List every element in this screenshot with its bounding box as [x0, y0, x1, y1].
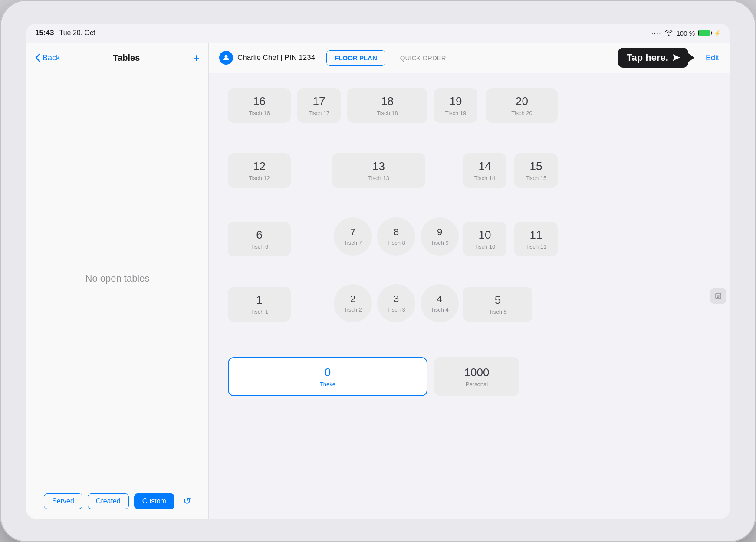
no-tables-text: No open tables: [85, 273, 150, 284]
table-13-number: 13: [372, 160, 385, 173]
top-nav: Charlie Chef | PIN 1234 FLOOR PLAN QUICK…: [209, 43, 730, 73]
main-content: Back Tables + No open tables Served Crea…: [26, 43, 730, 519]
floor-plan-tab[interactable]: FLOOR PLAN: [326, 50, 385, 66]
table-12[interactable]: 12 Tisch 12: [228, 153, 291, 188]
table-2-name: Tisch 2: [344, 306, 362, 313]
table-10[interactable]: 10 Tisch 10: [463, 222, 506, 256]
table-personal-number: 1000: [464, 366, 490, 379]
svg-rect-3: [717, 296, 720, 297]
table-8-name: Tisch 8: [387, 240, 405, 246]
table-19-number: 19: [450, 95, 462, 108]
back-button[interactable]: Back: [35, 53, 60, 62]
table-19-name: Tisch 19: [445, 110, 467, 116]
battery-percent: 100 %: [676, 30, 695, 37]
table-1-number: 1: [256, 293, 262, 307]
table-1[interactable]: 1 Tisch 1: [228, 287, 291, 322]
table-2[interactable]: 2 Tisch 2: [334, 284, 372, 322]
table-17[interactable]: 17 Tisch 17: [297, 88, 341, 123]
tooltip-text: Tap here.: [627, 52, 668, 63]
table-6-number: 6: [256, 228, 262, 242]
svg-rect-2: [717, 295, 720, 296]
table-14-name: Tisch 14: [474, 175, 496, 181]
table-9[interactable]: 9 Tisch 9: [421, 217, 459, 256]
refresh-button[interactable]: ↺: [183, 496, 191, 507]
scroll-indicator: [710, 288, 726, 304]
table-14[interactable]: 14 Tisch 14: [463, 153, 506, 188]
table-18[interactable]: 18 Tisch 18: [347, 88, 427, 123]
sidebar-footer: Served Created Custom ↺: [26, 484, 208, 519]
status-bar: 15:43 Tue 20. Oct ···· 100 % ⚡: [26, 24, 730, 43]
table-15-name: Tisch 15: [526, 175, 547, 181]
table-19[interactable]: 19 Tisch 19: [434, 88, 477, 123]
quick-order-tab[interactable]: QUICK ORDER: [392, 51, 454, 65]
lightning-icon: ⚡: [714, 30, 721, 36]
add-table-button[interactable]: +: [193, 52, 200, 63]
battery-icon: [698, 30, 710, 36]
table-7-name: Tisch 7: [344, 240, 362, 246]
table-4-name: Tisch 4: [431, 306, 448, 313]
table-18-name: Tisch 18: [377, 110, 398, 116]
table-11-name: Tisch 11: [526, 243, 547, 250]
table-4[interactable]: 4 Tisch 4: [421, 284, 459, 322]
table-16[interactable]: 16 Tisch 16: [228, 88, 291, 123]
sidebar-header: Back Tables +: [26, 43, 208, 73]
table-theke-name: Theke: [320, 381, 335, 388]
table-12-number: 12: [253, 160, 266, 173]
table-3[interactable]: 3 Tisch 3: [377, 284, 415, 322]
table-theke-number: 0: [325, 366, 331, 379]
table-theke[interactable]: 0 Theke: [228, 357, 427, 396]
table-5[interactable]: 5 Tisch 5: [463, 287, 532, 322]
table-13-name: Tisch 13: [368, 175, 389, 181]
filter-custom-button[interactable]: Custom: [134, 493, 174, 509]
table-11[interactable]: 11 Tisch 11: [514, 222, 558, 256]
table-10-name: Tisch 10: [474, 243, 496, 250]
table-1-name: Tisch 1: [250, 309, 268, 315]
floor-grid: 16 Tisch 16 17 Tisch 17 18 Tisch 18 19: [219, 84, 719, 508]
table-20-name: Tisch 20: [511, 110, 532, 116]
table-12-name: Tisch 12: [249, 175, 270, 181]
tooltip-bubble: Tap here. ➤: [618, 48, 688, 68]
table-5-name: Tisch 5: [489, 309, 506, 315]
table-personal[interactable]: 1000 Personal: [434, 357, 519, 396]
edit-button[interactable]: Edit: [706, 53, 719, 62]
table-8-number: 8: [394, 227, 399, 238]
right-panel: Charlie Chef | PIN 1234 FLOOR PLAN QUICK…: [209, 43, 730, 519]
table-3-number: 3: [394, 293, 399, 305]
filter-served-button[interactable]: Served: [44, 493, 82, 509]
table-16-number: 16: [253, 95, 266, 108]
table-15[interactable]: 15 Tisch 15: [514, 153, 558, 188]
user-label: Charlie Chef | PIN 1234: [237, 53, 315, 62]
table-16-name: Tisch 16: [249, 110, 270, 116]
table-20[interactable]: 20 Tisch 20: [486, 88, 558, 123]
table-10-number: 10: [479, 228, 491, 242]
table-3-name: Tisch 3: [387, 306, 405, 313]
floor-plan: 16 Tisch 16 17 Tisch 17 18 Tisch 18 19: [209, 73, 730, 519]
back-label: Back: [43, 53, 60, 62]
filter-created-button[interactable]: Created: [88, 493, 129, 509]
status-time: 15:43: [35, 29, 54, 37]
table-17-number: 17: [313, 95, 325, 108]
device-frame: 15:43 Tue 20. Oct ···· 100 % ⚡: [0, 0, 756, 542]
table-6[interactable]: 6 Tisch 6: [228, 222, 291, 256]
status-right: ···· 100 % ⚡: [651, 30, 721, 37]
wifi-dots: ····: [651, 30, 662, 36]
table-8[interactable]: 8 Tisch 8: [377, 217, 415, 256]
table-personal-name: Personal: [466, 381, 488, 388]
table-7[interactable]: 7 Tisch 7: [334, 217, 372, 256]
table-9-name: Tisch 9: [431, 240, 448, 246]
user-info: Charlie Chef | PIN 1234: [219, 51, 315, 65]
sidebar-body: No open tables: [26, 73, 208, 484]
table-2-number: 2: [350, 293, 355, 305]
table-15-number: 15: [530, 160, 542, 173]
user-avatar: [219, 51, 233, 65]
sidebar-title: Tables: [69, 53, 184, 63]
wifi-icon: [665, 30, 673, 37]
table-18-number: 18: [381, 95, 394, 108]
table-13[interactable]: 13 Tisch 13: [332, 153, 425, 188]
table-7-number: 7: [350, 227, 355, 238]
table-5-number: 5: [495, 293, 501, 307]
svg-rect-4: [717, 297, 719, 298]
sidebar: Back Tables + No open tables Served Crea…: [26, 43, 209, 519]
table-4-number: 4: [437, 293, 442, 305]
table-11-number: 11: [530, 228, 542, 242]
